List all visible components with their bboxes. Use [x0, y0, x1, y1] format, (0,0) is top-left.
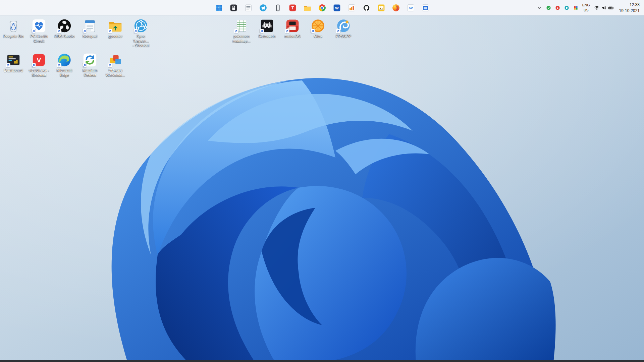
teal-dot-icon [564, 5, 569, 10]
desktop-icon-retroarch[interactable]: Retroarch [254, 18, 280, 39]
desktop-icon-pokemon-matchup[interactable]: pokemon matchup... [229, 18, 254, 43]
shortcut-arrow-icon [82, 63, 87, 68]
tray-app-green[interactable] [544, 1, 553, 14]
taskbar-app-window[interactable] [419, 1, 432, 14]
letters-av-icon: AV [407, 4, 415, 12]
language-line2: US [584, 8, 589, 12]
taskbar-app-telegram[interactable] [256, 1, 270, 14]
vivaldi-v-glyph: V [37, 56, 41, 64]
desktop-icon-label: Recycle Bin [1, 34, 26, 39]
desktop-icon-label: Citra [305, 34, 331, 39]
desktop-icon-obs-studio[interactable]: OBS Studio [52, 18, 77, 39]
chevron-down-icon [536, 5, 542, 11]
shortcut-arrow-icon [133, 29, 138, 34]
shortcut-arrow-icon [31, 29, 36, 34]
taskbar-app-av[interactable]: AV [404, 1, 417, 14]
desktop-icon-label: pokemon matchup... [229, 34, 254, 43]
desktop-icon-label: Sync Trayzor... - Shortcut [128, 34, 154, 48]
desktop-icon-label: Macrium Reflect [77, 68, 103, 77]
word-glyph: W [335, 6, 339, 10]
desktop-icon-dashboard[interactable]: Dashboard [1, 52, 26, 73]
tray-app-grid[interactable] [572, 1, 580, 14]
taskbar-pinned-apps: T W [212, 0, 432, 15]
desktop-icon-citra[interactable]: Citra [305, 18, 331, 39]
shortcut-arrow-icon [108, 29, 112, 34]
wifi-icon [594, 5, 600, 11]
recycle-bin-icon [6, 18, 21, 34]
overlapping-squares-icon [108, 52, 123, 68]
start-button[interactable] [212, 1, 225, 14]
windows-start-icon [215, 4, 223, 12]
taskbar-app-chrome[interactable] [315, 1, 329, 14]
vivaldi-icon: V [31, 52, 47, 68]
ds-console-icon [285, 18, 300, 34]
tray-app-notification[interactable]: 1 [553, 1, 562, 14]
desktop-icon-pc-health[interactable]: PC Health Check [26, 18, 52, 43]
window-icon [421, 4, 430, 12]
shortcut-arrow-icon [31, 63, 36, 68]
taskbar-app-notes[interactable] [241, 1, 255, 14]
github-icon [362, 4, 371, 12]
taskbar-app-github[interactable] [360, 1, 373, 14]
desktop-icon-vmware[interactable]: VMware Workstati... [103, 52, 128, 77]
clock[interactable]: 12:33 19-10-2021 [616, 1, 643, 14]
desktop-icon-label: VMware Workstati... [103, 68, 128, 77]
shortcut-arrow-icon [336, 29, 340, 34]
language-indicator[interactable]: ENG US [581, 1, 592, 14]
desktop-icon-edge[interactable]: Microsoft Edge [52, 52, 77, 77]
system-tray: 1 ENG US [535, 0, 643, 15]
psp-swoosh-icon [336, 18, 351, 34]
green-check-icon [546, 5, 551, 10]
taskbar-app-stats-feed[interactable] [345, 1, 358, 14]
folder-icon [303, 4, 312, 12]
desktop-icon-recycle-bin[interactable]: Recycle Bin [1, 18, 26, 39]
desktop-icon-macrium[interactable]: Macrium Reflect [77, 52, 103, 77]
desktop-icon-vivaldi[interactable]: V vivaldi.exe - Shortcut [26, 52, 52, 77]
desktop-icon-gpodder[interactable]: gpodder [103, 18, 128, 39]
letter-t-icon: T [288, 4, 297, 12]
desktop-icon-label: gpodder [103, 34, 128, 39]
quick-settings-button[interactable] [592, 1, 615, 14]
taskbar-app-t[interactable]: T [286, 1, 299, 14]
clock-time: 12:33 [630, 2, 640, 7]
tray-hidden-icons-button[interactable] [535, 1, 544, 14]
desktop-icon-ppsspp[interactable]: PPSSPP [331, 18, 356, 39]
desktop-icon-label: PC Health Check [26, 34, 52, 43]
battery-icon [608, 5, 614, 11]
sync-nodes-icon [133, 18, 149, 34]
taskbar-app-lock[interactable] [227, 1, 240, 14]
taskbar-app-file-explorer[interactable] [301, 1, 314, 14]
notes-icon [244, 4, 253, 12]
taskbar-app-phone[interactable] [271, 1, 284, 14]
desktop-surface[interactable]: T W [0, 0, 644, 362]
desktop-icon-synctrayzor[interactable]: Sync Trayzor... - Shortcut [128, 18, 154, 48]
taskbar-app-photos[interactable] [374, 1, 388, 14]
language-line1: ENG [582, 3, 590, 7]
phone-icon [274, 4, 282, 12]
desktop-icon-notepad[interactable]: Notepad [77, 18, 103, 39]
desktop-icon-label: Dashboard [1, 68, 26, 73]
desktop-icon-label: OBS Studio [52, 34, 77, 39]
shortcut-arrow-icon [57, 63, 61, 68]
desktop-icon-label: vivaldi.exe - Shortcut [26, 68, 52, 77]
shortcut-arrow-icon [82, 29, 87, 34]
desktop-icon-label: Notepad [77, 34, 103, 39]
t-glyph: T [291, 6, 294, 10]
bottom-edge-bar [0, 360, 644, 362]
desktop-icon-label: PPSSPP [331, 34, 356, 39]
citrus-slice-icon [310, 18, 326, 34]
shortcut-arrow-icon [57, 29, 61, 34]
folder-up-arrow-icon [108, 18, 123, 34]
tray-app-teal[interactable] [562, 1, 571, 14]
taskbar-app-word[interactable]: W [330, 1, 343, 14]
desktop-icon-label: melonDS [280, 34, 305, 39]
circular-arrows-icon [82, 52, 98, 68]
spreadsheet-icon [234, 18, 249, 34]
color-grid-icon [573, 5, 578, 10]
image-icon [377, 4, 385, 12]
desktop-icon-melonds[interactable]: melonDS [280, 18, 305, 39]
shortcut-arrow-icon [285, 29, 289, 34]
taskbar-app-firefox[interactable] [389, 1, 402, 14]
av-glyph: AV [409, 6, 413, 10]
shortcut-arrow-icon [234, 29, 238, 34]
